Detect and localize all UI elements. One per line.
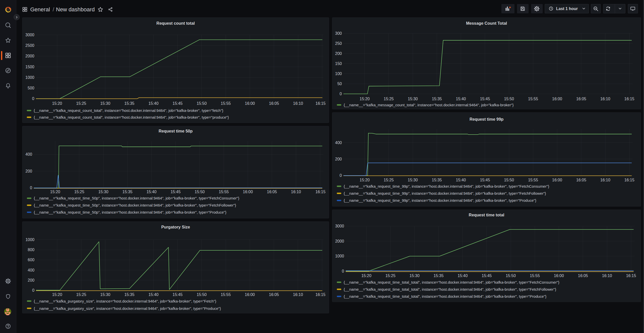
svg-text:16:00: 16:00 <box>552 178 562 182</box>
svg-text:15:25: 15:25 <box>76 101 86 106</box>
svg-text:{__name__="kafka_request_time_: {__name__="kafka_request_time_total_tota… <box>344 280 559 284</box>
svg-text:15:25: 15:25 <box>384 97 394 101</box>
svg-text:2000: 2000 <box>25 54 35 58</box>
svg-text:15:30: 15:30 <box>408 97 418 101</box>
svg-text:15:55: 15:55 <box>221 292 231 297</box>
svg-text:15:20: 15:20 <box>52 101 62 106</box>
svg-text:{__name__="kafka_request_time_: {__name__="kafka_request_time_50p", inst… <box>34 203 236 207</box>
svg-text:0: 0 <box>32 96 34 101</box>
svg-text:16:00: 16:00 <box>245 101 255 106</box>
svg-text:16:00: 16:00 <box>245 292 255 297</box>
svg-text:200: 200 <box>28 278 35 282</box>
svg-text:15:35: 15:35 <box>432 178 442 182</box>
svg-text:16:05: 16:05 <box>269 101 279 106</box>
svg-text:400: 400 <box>335 141 342 145</box>
svg-text:15:45: 15:45 <box>171 190 181 194</box>
svg-text:16:15: 16:15 <box>315 101 326 106</box>
svg-text:15:45: 15:45 <box>480 97 490 101</box>
svg-text:15:20: 15:20 <box>360 178 370 182</box>
svg-text:15:20: 15:20 <box>52 292 62 297</box>
svg-text:16:10: 16:10 <box>293 292 303 297</box>
svg-text:{__name__="kafka_message_count: {__name__="kafka_message_count_total", i… <box>344 103 513 107</box>
svg-text:16:10: 16:10 <box>600 178 610 182</box>
svg-text:{__name__="kafka_request_time_: {__name__="kafka_request_time_total_tota… <box>344 294 546 298</box>
svg-text:15:50: 15:50 <box>195 190 205 194</box>
svg-text:16:05: 16:05 <box>576 178 586 182</box>
svg-text:16:15: 16:15 <box>624 178 634 182</box>
svg-text:15:30: 15:30 <box>98 190 108 194</box>
svg-text:200: 200 <box>335 51 342 56</box>
svg-text:2000: 2000 <box>335 239 344 243</box>
svg-text:15:30: 15:30 <box>100 292 110 297</box>
svg-text:3000: 3000 <box>335 224 344 228</box>
svg-text:15:45: 15:45 <box>173 101 183 106</box>
svg-text:0: 0 <box>340 92 342 96</box>
svg-text:{__name__="kafka_request_count: {__name__="kafka_request_count_total", i… <box>34 115 229 119</box>
svg-text:16:05: 16:05 <box>267 190 277 194</box>
svg-text:15:50: 15:50 <box>504 178 514 182</box>
svg-text:Message Count Total: Message Count Total <box>466 21 507 25</box>
svg-text:16:00: 16:00 <box>554 274 564 278</box>
svg-text:{__name__="kafka_request_time_: {__name__="kafka_request_time_50p", inst… <box>34 196 239 200</box>
svg-text:500: 500 <box>28 86 35 90</box>
svg-text:0: 0 <box>32 288 35 292</box>
svg-text:Request time 50p: Request time 50p <box>159 129 193 133</box>
svg-text:{__name__="kafka_request_time_: {__name__="kafka_request_time_99p", inst… <box>344 191 546 195</box>
svg-text:Purgatory Size: Purgatory Size <box>161 225 190 229</box>
svg-text:3000: 3000 <box>25 33 35 37</box>
svg-text:15:55: 15:55 <box>528 97 538 101</box>
svg-text:15:40: 15:40 <box>146 190 156 194</box>
svg-text:15:20: 15:20 <box>50 190 60 194</box>
svg-text:15:35: 15:35 <box>434 274 444 278</box>
svg-text:15:50: 15:50 <box>506 274 516 278</box>
svg-text:1000: 1000 <box>25 75 35 80</box>
svg-text:15:25: 15:25 <box>385 274 396 278</box>
svg-text:15:45: 15:45 <box>480 178 490 182</box>
svg-text:{__name__="kafka_request_time_: {__name__="kafka_request_time_99p", inst… <box>344 198 536 203</box>
svg-text:{__name__="kafka_purgatory_siz: {__name__="kafka_purgatory_size", instan… <box>34 299 216 303</box>
svg-text:1000: 1000 <box>25 238 35 242</box>
svg-text:50: 50 <box>337 82 342 86</box>
svg-text:16:00: 16:00 <box>243 190 253 194</box>
svg-text:{__name__="kafka_request_time_: {__name__="kafka_request_time_50p", inst… <box>34 210 226 214</box>
svg-text:15:45: 15:45 <box>482 274 492 278</box>
svg-text:15:20: 15:20 <box>360 97 370 101</box>
svg-text:15:40: 15:40 <box>456 97 466 101</box>
svg-text:15:50: 15:50 <box>197 101 207 106</box>
svg-text:16:00: 16:00 <box>552 97 562 101</box>
svg-text:1500: 1500 <box>25 65 35 69</box>
svg-text:15:35: 15:35 <box>432 97 442 101</box>
svg-text:15:35: 15:35 <box>124 101 135 106</box>
svg-text:200: 200 <box>25 169 32 173</box>
svg-text:Request time 99p: Request time 99p <box>470 117 504 121</box>
svg-text:400: 400 <box>28 268 35 272</box>
svg-text:16:10: 16:10 <box>602 274 612 278</box>
svg-text:15:35: 15:35 <box>124 292 135 297</box>
svg-text:0: 0 <box>30 186 32 190</box>
svg-text:15:55: 15:55 <box>528 178 538 182</box>
svg-text:16:10: 16:10 <box>293 101 303 106</box>
svg-text:16:15: 16:15 <box>624 97 634 101</box>
svg-text:{__name__="kafka_purgatory_siz: {__name__="kafka_purgatory_size", instan… <box>34 306 221 311</box>
svg-text:15:30: 15:30 <box>100 101 110 106</box>
svg-text:800: 800 <box>28 248 35 252</box>
svg-text:15:45: 15:45 <box>173 292 183 297</box>
svg-text:1000: 1000 <box>335 254 344 258</box>
svg-text:150: 150 <box>335 61 342 66</box>
svg-text:Request count total: Request count total <box>156 21 195 25</box>
svg-text:16:15: 16:15 <box>626 274 636 278</box>
svg-text:100: 100 <box>335 72 342 76</box>
svg-text:400: 400 <box>25 152 32 156</box>
svg-text:15:40: 15:40 <box>458 274 468 278</box>
svg-text:{__name__="kafka_request_time_: {__name__="kafka_request_time_total_tota… <box>344 287 556 291</box>
svg-text:16:05: 16:05 <box>578 274 588 278</box>
svg-text:15:40: 15:40 <box>148 292 158 297</box>
svg-text:15:20: 15:20 <box>361 274 371 278</box>
svg-text:16:05: 16:05 <box>269 292 279 297</box>
svg-text:16:05: 16:05 <box>576 97 586 101</box>
svg-text:0: 0 <box>340 173 342 178</box>
svg-text:15:30: 15:30 <box>409 274 420 278</box>
svg-text:{__name__="kafka_request_count: {__name__="kafka_request_count_total", i… <box>34 108 223 113</box>
svg-text:0: 0 <box>342 269 344 273</box>
svg-text:15:55: 15:55 <box>219 190 229 194</box>
